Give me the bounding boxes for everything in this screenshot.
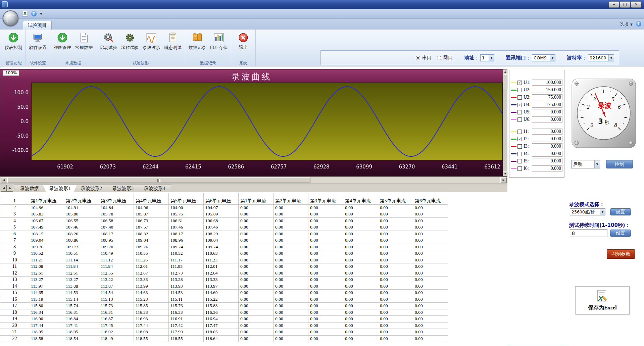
table-cell[interactable]: 113.99 bbox=[134, 283, 169, 290]
table-cell[interactable]: 108.17 bbox=[169, 231, 204, 237]
table-cell[interactable]: 0.00 bbox=[378, 257, 413, 263]
table-cell[interactable] bbox=[169, 193, 204, 198]
start-mode-select[interactable]: 启动 ▼ bbox=[571, 160, 600, 168]
table-cell[interactable]: 0.00 bbox=[239, 257, 274, 263]
table-cell[interactable]: 115.80 bbox=[29, 303, 64, 309]
table-cell[interactable]: 109.76 bbox=[29, 244, 64, 250]
baud-rate-select[interactable]: 921600 ▼ bbox=[588, 54, 614, 61]
table-cell[interactable]: 111.14 bbox=[64, 257, 99, 263]
table-cell[interactable]: 0.00 bbox=[308, 322, 343, 329]
table-cell[interactable]: 0.00 bbox=[378, 322, 413, 329]
ribbon-button-normal-data[interactable]: 常规数据 bbox=[73, 30, 95, 60]
table-cell[interactable]: 0.00 bbox=[239, 309, 274, 316]
column-header-cell[interactable]: 第3单元电流 bbox=[308, 198, 343, 205]
table-cell[interactable]: 0.00 bbox=[308, 231, 343, 237]
table-cell[interactable]: 0.00 bbox=[239, 204, 274, 211]
table-cell[interactable]: 110.49 bbox=[99, 250, 134, 257]
sheet-tab-4[interactable]: 录波波形3 bbox=[106, 185, 140, 192]
table-cell[interactable]: 0.00 bbox=[239, 296, 274, 303]
table-cell[interactable]: 0.00 bbox=[308, 309, 343, 316]
options-menu[interactable]: 选项 ▼ bbox=[620, 21, 633, 28]
table-cell[interactable]: 0.00 bbox=[308, 290, 343, 296]
channel-checkbox[interactable] bbox=[517, 110, 522, 114]
table-cell[interactable]: 0.00 bbox=[239, 224, 274, 231]
table-cell[interactable]: 0.00 bbox=[239, 231, 274, 237]
channel-checkbox[interactable] bbox=[517, 95, 522, 100]
table-cell[interactable]: 118.08 bbox=[134, 329, 169, 336]
table-cell[interactable]: 0.00 bbox=[413, 283, 448, 290]
table-cell[interactable]: 0.00 bbox=[413, 277, 448, 283]
control-button[interactable]: 控制 bbox=[606, 160, 633, 168]
table-cell[interactable]: 0.00 bbox=[343, 237, 378, 244]
table-cell[interactable]: 0.00 bbox=[413, 224, 448, 231]
table-cell[interactable]: 0.00 bbox=[343, 335, 378, 342]
table-cell[interactable]: 116.91 bbox=[169, 316, 204, 323]
table-cell[interactable]: 0.00 bbox=[343, 329, 378, 336]
table-cell[interactable] bbox=[378, 193, 413, 198]
table-cell[interactable]: 0.00 bbox=[239, 329, 274, 336]
table-cell[interactable]: 0.00 bbox=[378, 204, 413, 211]
table-cell[interactable]: 117.41 bbox=[64, 322, 99, 329]
table-cell[interactable]: 111.21 bbox=[29, 257, 64, 263]
minimize-button[interactable]: – bbox=[609, 1, 619, 8]
table-cell[interactable]: 112.67 bbox=[134, 270, 169, 277]
table-cell[interactable]: 107.49 bbox=[29, 224, 64, 231]
table-cell[interactable]: 114.65 bbox=[29, 290, 64, 296]
table-cell[interactable] bbox=[308, 193, 343, 198]
channel-checkbox[interactable] bbox=[517, 88, 522, 92]
table-cell[interactable] bbox=[99, 193, 134, 198]
table-cell[interactable]: 0.00 bbox=[413, 303, 448, 309]
ribbon-button-record-wave[interactable]: 录波波形 bbox=[141, 30, 162, 60]
table-cell[interactable]: 112.61 bbox=[29, 270, 64, 277]
table-cell[interactable]: 115.22 bbox=[204, 296, 239, 303]
table-cell[interactable]: 118.49 bbox=[99, 335, 134, 342]
table-cell[interactable]: 0.00 bbox=[378, 244, 413, 250]
table-cell[interactable]: 116.93 bbox=[134, 316, 169, 323]
table-cell[interactable]: 109.74 bbox=[169, 244, 204, 250]
table-cell[interactable]: 109.74 bbox=[204, 244, 239, 250]
table-cell[interactable]: 0.00 bbox=[343, 283, 378, 290]
table-cell[interactable]: 0.00 bbox=[308, 237, 343, 244]
table-cell[interactable]: 114.53 bbox=[169, 290, 204, 296]
table-cell[interactable]: 0.00 bbox=[343, 204, 378, 211]
column-header-cell[interactable]: 第5单元电压 bbox=[169, 198, 204, 205]
table-cell[interactable]: 0.00 bbox=[378, 237, 413, 244]
table-cell[interactable]: 111.95 bbox=[169, 263, 204, 270]
table-cell[interactable]: 117.99 bbox=[169, 329, 204, 336]
table-cell[interactable]: 115.14 bbox=[64, 296, 99, 303]
table-cell[interactable]: 112.08 bbox=[29, 263, 64, 270]
table-cell[interactable]: 104.97 bbox=[204, 204, 239, 211]
table-cell[interactable]: 0.00 bbox=[274, 263, 308, 270]
table-cell[interactable]: 0.00 bbox=[308, 277, 343, 283]
table-cell[interactable]: 0.00 bbox=[343, 231, 378, 237]
table-cell[interactable]: 0.00 bbox=[239, 217, 274, 224]
table-cell[interactable]: 0.00 bbox=[413, 250, 448, 257]
column-header-cell[interactable]: 第3单元电压 bbox=[99, 198, 134, 205]
channel-checkbox[interactable] bbox=[517, 144, 522, 149]
chart-horizontal-scrollbar[interactable]: ◀ ▶ bbox=[0, 177, 507, 184]
table-cell[interactable]: 109.04 bbox=[29, 237, 64, 244]
table-cell[interactable]: 0.00 bbox=[413, 244, 448, 250]
table-cell[interactable]: 117.44 bbox=[134, 322, 169, 329]
table-cell[interactable]: 109.04 bbox=[204, 237, 239, 244]
duration-input[interactable] bbox=[570, 229, 607, 237]
table-cell[interactable]: 113.22 bbox=[99, 277, 134, 283]
table-cell[interactable]: 109.04 bbox=[134, 237, 169, 244]
table-cell[interactable]: 107.46 bbox=[169, 224, 204, 231]
table-cell[interactable]: 108.95 bbox=[99, 237, 134, 244]
table-cell[interactable]: 111.12 bbox=[99, 257, 134, 263]
table-cell[interactable]: 106.61 bbox=[169, 217, 204, 224]
table-cell[interactable]: 0.00 bbox=[274, 322, 308, 329]
table-cell[interactable]: 0.00 bbox=[413, 263, 448, 270]
table-cell[interactable] bbox=[64, 193, 99, 198]
baud-rate-dropdown-icon[interactable]: ▼ bbox=[608, 55, 614, 61]
comm-port-dropdown-icon[interactable]: ▼ bbox=[550, 55, 555, 61]
table-cell[interactable]: 115.23 bbox=[134, 296, 169, 303]
table-cell[interactable]: 111.26 bbox=[134, 257, 169, 263]
column-header-cell[interactable]: 第2单元电压 bbox=[64, 198, 99, 205]
table-cell[interactable]: 116.90 bbox=[29, 316, 64, 323]
table-cell[interactable]: 113.27 bbox=[64, 277, 99, 283]
table-cell[interactable] bbox=[134, 193, 169, 198]
table-cell[interactable]: 0.00 bbox=[413, 217, 448, 224]
table-cell[interactable]: 106.58 bbox=[99, 217, 134, 224]
